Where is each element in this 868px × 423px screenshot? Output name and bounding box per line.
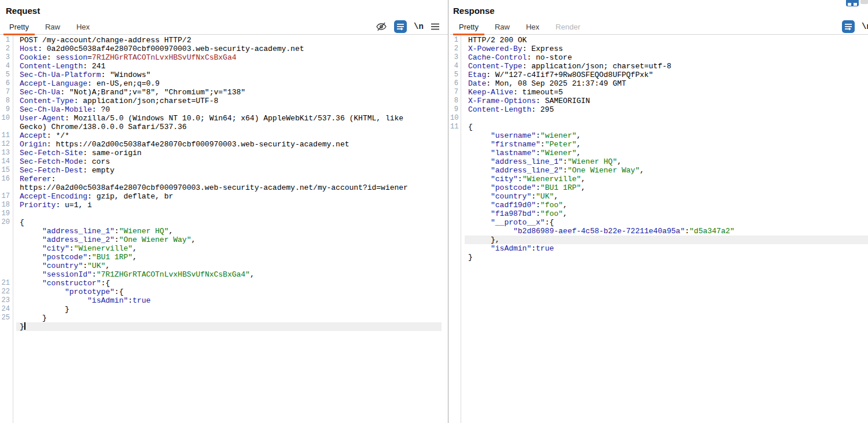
response-tabbar: PrettyRawHexRender — [450, 20, 868, 35]
code-line[interactable]: 9Content-Length: 295 — [450, 105, 868, 114]
code-line[interactable]: https://0a2d00c5038af4e28070cbf000970003… — [0, 183, 442, 192]
line-number — [450, 166, 465, 175]
code-line[interactable]: 8Content-Type: application/json;charset=… — [0, 97, 442, 105]
code-line[interactable]: "country":"UK", — [450, 192, 868, 201]
code-line[interactable]: 8X-Frame-Options: SAMEORIGIN — [450, 97, 868, 105]
code-line[interactable]: "isAdmin":true — [450, 244, 868, 253]
line-number — [450, 175, 465, 183]
window-corner-button[interactable] — [846, 0, 859, 6]
line-number: 10 — [450, 114, 465, 123]
response-editor[interactable]: 1HTTP/2 200 OK2X-Powered-By: Express3Cac… — [450, 36, 868, 262]
code-line[interactable]: 10User-Agent: Mozilla/5.0 (Windows NT 10… — [0, 114, 442, 123]
code-line[interactable]: 16Referer: — [0, 175, 442, 183]
tab-raw[interactable]: Raw — [489, 20, 516, 35]
request-editor[interactable]: 1POST /my-account/change-address HTTP/22… — [0, 36, 442, 331]
code-line[interactable]: "firstname":"Peter", — [450, 140, 868, 149]
code-line[interactable]: "address_line_2":"One Wiener Way", — [450, 166, 868, 175]
newline-chars-toggle[interactable]: \n — [414, 22, 424, 31]
code-line[interactable]: "sessionId":"7R1ZHGrRTACOTnLvxHBSvUfNxCs… — [0, 270, 442, 279]
code-line[interactable]: 22 "prototype":{ — [0, 288, 442, 296]
line-number: 5 — [450, 71, 465, 79]
code-line[interactable]: Gecko) Chrome/138.0.0.0 Safari/537.36 — [0, 123, 442, 131]
code-line[interactable]: 3Cache-Control: no-store — [450, 53, 868, 62]
code-line[interactable]: 11Accept: */* — [0, 131, 442, 140]
code-line[interactable]: "__proto__x":{ — [450, 218, 868, 227]
tab-hex[interactable]: Hex — [71, 20, 95, 35]
line-number: 9 — [0, 105, 16, 114]
code-line[interactable]: 23 "isAdmin":true — [0, 296, 442, 305]
code-line[interactable]: 7Sec-Ch-Ua: "Not)A;Brand";v="8", "Chromi… — [0, 88, 442, 97]
code-line[interactable]: 4Content-Length: 241 — [0, 62, 442, 71]
code-line[interactable]: "f1a987bd":"foo", — [450, 209, 868, 218]
tab-raw[interactable]: Raw — [39, 20, 66, 35]
line-number: 6 — [450, 79, 465, 88]
code-line[interactable]: "address_line_2":"One Wiener Way", — [0, 236, 442, 244]
code-line[interactable]: 6Accept-Language: en-US,en;q=0.9 — [0, 79, 442, 88]
line-number: 20 — [0, 218, 16, 227]
window-corner-button-secondary[interactable] — [860, 0, 868, 4]
code-line[interactable]: 12Origin: https://0a2d00c5038af4e28070cb… — [0, 140, 442, 149]
code-line[interactable]: 3Cookie: session=7R1ZHGrRTACOTnLvxHBSvUf… — [0, 53, 442, 62]
code-line[interactable]: 1POST /my-account/change-address HTTP/2 — [0, 36, 442, 45]
code-line[interactable]: 14Sec-Fetch-Mode: cors — [0, 157, 442, 166]
code-line[interactable]: "postcode":"BU1 1RP", — [0, 253, 442, 262]
code-line[interactable]: 20{ — [0, 218, 442, 227]
line-number — [450, 201, 465, 209]
line-number: 16 — [0, 175, 16, 183]
pretty-print-button[interactable] — [842, 20, 855, 33]
code-line[interactable]: 17Accept-Encoding: gzip, deflate, br — [0, 192, 442, 201]
line-number: 1 — [0, 36, 16, 45]
code-line[interactable]: 10 — [450, 114, 868, 123]
code-line[interactable]: "address_line_1":"Wiener HQ", — [0, 227, 442, 236]
code-line[interactable]: "country":"UK", — [0, 262, 442, 270]
hide-data-button[interactable] — [376, 21, 387, 32]
code-line[interactable]: 5Sec-Ch-Ua-Platform: "Windows" — [0, 71, 442, 79]
code-line[interactable]: } — [0, 322, 442, 331]
code-line[interactable]: 4Content-Type: application/json; charset… — [450, 62, 868, 71]
line-number: 5 — [0, 71, 16, 79]
tab-pretty[interactable]: Pretty — [3, 20, 35, 35]
code-line[interactable]: "city":"Wienerville", — [0, 244, 442, 253]
code-line[interactable]: 25 } — [0, 314, 442, 322]
line-number: 4 — [450, 62, 465, 71]
code-line[interactable]: 11{ — [450, 123, 868, 131]
tab-pretty[interactable]: Pretty — [453, 20, 484, 35]
line-number: 6 — [0, 79, 16, 88]
newline-chars-toggle[interactable]: \n — [862, 22, 868, 31]
code-line[interactable]: 2Host: 0a2d00c5038af4e28070cbf000970003.… — [0, 45, 442, 53]
line-number — [0, 183, 16, 192]
code-line[interactable]: 5Etag: W/"127-c4Iif7+9Rw8OSFEQOd8UFPQfPx… — [450, 71, 868, 79]
code-line[interactable]: 2X-Powered-By: Express — [450, 45, 868, 53]
code-line[interactable]: "lastname":"Wiener", — [450, 149, 868, 157]
code-line[interactable]: "postcode":"BU1 1RP", — [450, 183, 868, 192]
line-number: 10 — [0, 114, 16, 123]
tab-hex[interactable]: Hex — [520, 20, 545, 35]
code-line[interactable]: "b2d86989-aeef-4c58-b22e-72211e40a95a":"… — [450, 227, 868, 236]
request-panel-title: Request — [6, 6, 40, 16]
code-line[interactable]: "address_line_1":"Wiener HQ", — [450, 157, 868, 166]
code-line[interactable]: "city":"Wienerville", — [450, 175, 868, 183]
code-line[interactable]: "username":"wiener", — [450, 131, 868, 140]
line-number: 22 — [0, 288, 16, 296]
code-line[interactable]: 21 "constructor":{ — [0, 279, 442, 288]
line-number — [450, 149, 465, 157]
code-line[interactable]: 6Date: Mon, 08 Sep 2025 21:37:49 GMT — [450, 79, 868, 88]
code-line[interactable]: 7Keep-Alive: timeout=5 — [450, 88, 868, 97]
line-number: 8 — [450, 97, 465, 105]
request-panel: Request PrettyRawHex \n — [0, 0, 448, 423]
code-line[interactable]: 1HTTP/2 200 OK — [450, 36, 868, 45]
code-line[interactable]: } — [450, 253, 868, 262]
editor-menu-button[interactable] — [431, 23, 440, 31]
code-line[interactable]: 13Sec-Fetch-Site: same-origin — [0, 149, 442, 157]
code-line[interactable]: 9Sec-Ch-Ua-Mobile: ?0 — [0, 105, 442, 114]
code-line[interactable]: "cadf19d0":"foo", — [450, 201, 868, 209]
code-line[interactable]: }, — [450, 236, 868, 244]
code-line[interactable]: 19 — [0, 209, 442, 218]
code-line[interactable]: 24 } — [0, 305, 442, 314]
line-number: 21 — [0, 279, 16, 288]
tab-render[interactable]: Render — [550, 20, 586, 35]
line-number: 11 — [0, 131, 16, 140]
code-line[interactable]: 15Sec-Fetch-Dest: empty — [0, 166, 442, 175]
code-line[interactable]: 18Priority: u=1, i — [0, 201, 442, 209]
pretty-print-button[interactable] — [394, 20, 407, 33]
